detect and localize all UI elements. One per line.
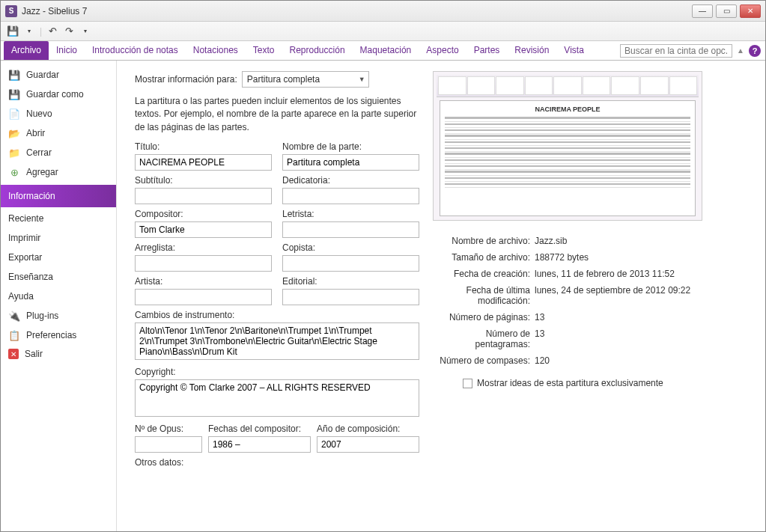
titlebar: S Jazz - Sibelius 7 — ▭ ✕ xyxy=(1,1,765,22)
sidebar-item-ayuda[interactable]: Ayuda xyxy=(1,285,116,305)
label-copyright: Copyright: xyxy=(135,367,419,377)
meta-staves-label: Número de pentagramas: xyxy=(433,328,530,349)
meta-filename-label: Nombre de archivo: xyxy=(433,236,530,246)
sidebar-label: Información xyxy=(8,191,55,201)
meta-bars-label: Número de compases: xyxy=(433,355,530,366)
right-panel: NACIREMA PEOPLE Nombre de archivo:Jazz.s… xyxy=(433,71,752,531)
input-artist[interactable] xyxy=(135,289,272,305)
tab-texto[interactable]: Texto xyxy=(246,41,282,60)
minimize-button[interactable]: — xyxy=(692,4,713,18)
app-window: S Jazz - Sibelius 7 — ▭ ✕ 💾 ▾ | ↶ ↷ ▾ Ar… xyxy=(0,0,766,532)
sidebar-item-preferencias[interactable]: 📋Preferencias xyxy=(1,325,116,345)
tab-notaciones[interactable]: Notaciones xyxy=(186,41,246,60)
prefs-icon: 📋 xyxy=(8,329,20,341)
tab-revision[interactable]: Revisión xyxy=(507,41,556,60)
qat-dropdown-2-icon[interactable]: ▾ xyxy=(79,25,91,37)
description-text: La partitura o las partes pueden incluir… xyxy=(135,95,419,134)
input-composer-dates[interactable] xyxy=(208,436,311,453)
help-icon[interactable]: ? xyxy=(749,45,761,57)
sidebar-label: Plug-ins xyxy=(26,311,58,321)
sidebar-item-guardar-como[interactable]: 💾Guardar como xyxy=(1,85,116,104)
exit-icon: ✕ xyxy=(8,349,19,359)
file-metadata: Nombre de archivo:Jazz.sib Tamaño de arc… xyxy=(433,236,752,366)
sidebar-item-salir[interactable]: ✕Salir xyxy=(1,345,116,363)
show-for-label: Mostrar información para: xyxy=(135,74,237,85)
exclusive-ideas-label: Mostrar ideas de esta partitura exclusiv… xyxy=(477,378,663,388)
tab-aspecto[interactable]: Aspecto xyxy=(419,41,466,60)
add-icon: ⊕ xyxy=(8,166,20,178)
label-title: Título: xyxy=(135,141,272,152)
preview-score: NACIREMA PEOPLE xyxy=(440,100,696,216)
undo-icon[interactable]: ↶ xyxy=(46,25,58,37)
sidebar-item-informacion[interactable]: Información xyxy=(1,185,116,207)
input-composition-year[interactable] xyxy=(317,436,419,453)
sidebar-item-plugins[interactable]: 🔌Plug-ins xyxy=(1,306,116,325)
sidebar-item-exportar[interactable]: Exportar xyxy=(1,246,116,266)
plugin-icon: 🔌 xyxy=(8,310,20,322)
tab-partes[interactable]: Partes xyxy=(466,41,508,60)
tab-maquetacion[interactable]: Maquetación xyxy=(353,41,419,60)
sidebar-label: Agregar xyxy=(26,167,58,177)
ribbon-tabs: Archivo Inicio Introducción de notas Not… xyxy=(1,41,765,61)
meta-filename-value: Jazz.sib xyxy=(535,236,752,246)
input-subtitle[interactable] xyxy=(135,188,272,204)
qat-dropdown-icon[interactable]: ▾ xyxy=(23,25,35,37)
close-folder-icon: 📁 xyxy=(8,147,20,159)
meta-created-value: lunes, 11 de febrero de 2013 11:52 xyxy=(535,269,752,279)
input-arranger[interactable] xyxy=(135,255,272,272)
input-lyricist[interactable] xyxy=(282,221,419,238)
tab-inicio[interactable]: Inicio xyxy=(49,41,85,60)
input-composer[interactable] xyxy=(135,221,272,238)
input-publisher[interactable] xyxy=(282,289,419,305)
meta-bars-value: 120 xyxy=(535,355,752,366)
input-part-name[interactable] xyxy=(282,154,419,171)
input-copyist[interactable] xyxy=(282,255,419,272)
content: Mostrar información para: Partitura comp… xyxy=(117,61,765,531)
exclusive-ideas-checkbox[interactable] xyxy=(463,379,472,388)
label-composition-year: Año de composición: xyxy=(317,424,419,434)
input-instrument-changes[interactable]: Alto\n\Tenor 1\n\Tenor 2\n\Baritone\n\Tr… xyxy=(135,322,419,360)
meta-created-label: Fecha de creación: xyxy=(433,269,530,279)
label-dedication: Dedicatoria: xyxy=(282,175,419,186)
file-sidebar: 💾Guardar 💾Guardar como 📄Nuevo 📂Abrir 📁Ce… xyxy=(1,61,117,531)
meta-pages-label: Número de páginas: xyxy=(433,312,530,322)
sidebar-item-imprimir[interactable]: Imprimir xyxy=(1,227,116,246)
maximize-button[interactable]: ▭ xyxy=(716,4,737,18)
sidebar-item-nuevo[interactable]: 📄Nuevo xyxy=(1,104,116,123)
sidebar-item-cerrar[interactable]: 📁Cerrar xyxy=(1,143,116,162)
sidebar-item-abrir[interactable]: 📂Abrir xyxy=(1,123,116,143)
label-arranger: Arreglista: xyxy=(135,242,272,253)
chevron-down-icon: ▼ xyxy=(359,76,365,83)
collapse-ribbon-icon[interactable]: ▲ xyxy=(737,46,744,55)
meta-filesize-label: Tamaño de archivo: xyxy=(433,252,530,263)
tab-reproduccion[interactable]: Reproducción xyxy=(282,41,353,60)
sidebar-item-agregar[interactable]: ⊕Agregar xyxy=(1,162,116,182)
ribbon-search-input[interactable] xyxy=(620,44,732,58)
label-composer-dates: Fechas del compositor: xyxy=(208,424,311,434)
sidebar-item-guardar[interactable]: 💾Guardar xyxy=(1,65,116,85)
sidebar-label: Cerrar xyxy=(26,147,52,158)
tab-archivo[interactable]: Archivo xyxy=(4,41,49,60)
sidebar-label: Nuevo xyxy=(26,108,52,119)
meta-modified-label: Fecha de última modificación: xyxy=(433,285,530,306)
tab-introduccion[interactable]: Introducción de notas xyxy=(85,41,186,60)
exclusive-ideas-row: Mostrar ideas de esta partitura exclusiv… xyxy=(463,378,752,388)
label-opus: Nº de Opus: xyxy=(135,424,202,434)
input-copyright[interactable]: Copyright © Tom Clarke 2007 – ALL RIGHTS… xyxy=(135,379,419,417)
redo-icon[interactable]: ↷ xyxy=(63,25,75,37)
save-icon[interactable]: 💾 xyxy=(7,25,19,37)
show-for-select[interactable]: Partitura completa ▼ xyxy=(242,71,369,88)
input-dedication[interactable] xyxy=(282,188,419,204)
label-part-name: Nombre de la parte: xyxy=(282,141,419,152)
input-title[interactable] xyxy=(135,154,272,171)
label-composer: Compositor: xyxy=(135,209,272,219)
close-window-button[interactable]: ✕ xyxy=(740,4,761,18)
sidebar-item-ensenanza[interactable]: Enseñanza xyxy=(1,266,116,285)
ribbon-search: ▲ ? xyxy=(620,41,761,60)
info-form: Mostrar información para: Partitura comp… xyxy=(135,71,419,531)
sidebar-item-reciente[interactable]: Reciente xyxy=(1,207,116,227)
input-opus[interactable] xyxy=(135,436,202,453)
label-subtitle: Subtítulo: xyxy=(135,175,272,186)
window-title: Jazz - Sibelius 7 xyxy=(22,6,87,16)
tab-vista[interactable]: Vista xyxy=(556,41,591,60)
